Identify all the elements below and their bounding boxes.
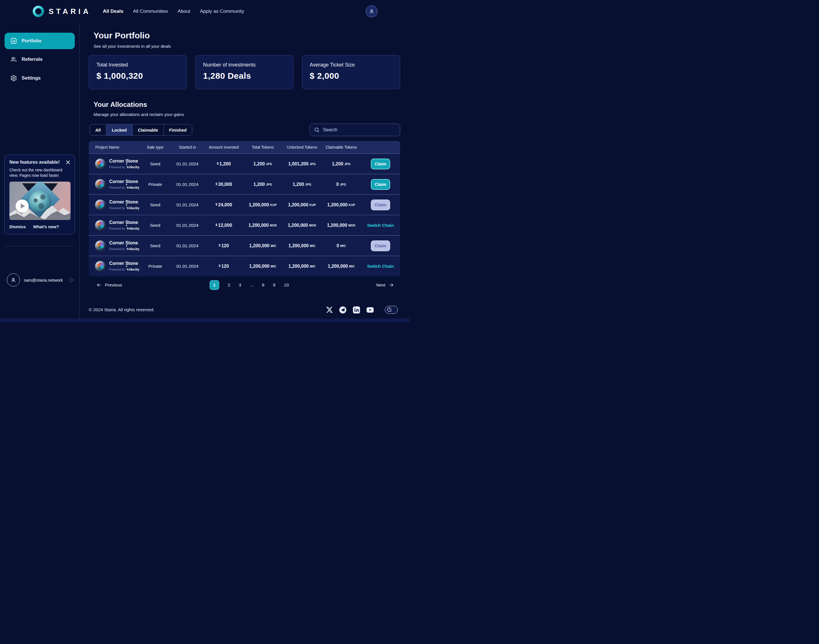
stat-value: $ 1,000,320 xyxy=(97,71,179,81)
sidebar-item-label: Portfolio xyxy=(22,38,41,44)
project-logo xyxy=(95,220,106,231)
x-twitter-icon[interactable] xyxy=(326,306,333,313)
velocity-brand: ✦Velocity xyxy=(126,165,139,169)
sidebar-item-portfolio[interactable]: Portfolio xyxy=(5,33,75,49)
pagination: Previous 1 2 3 ... 8 9 10 Next xyxy=(89,280,400,290)
sparkle-icon: ✦ xyxy=(125,265,128,268)
youtube-icon[interactable] xyxy=(366,306,374,314)
amount-invested: $24,000 xyxy=(204,202,243,207)
claim-button-disabled[interactable]: Claim xyxy=(371,241,390,251)
play-icon[interactable] xyxy=(15,199,29,213)
claimable-tokens: 1,200,000KUP xyxy=(322,202,361,207)
col-started-in: Started in xyxy=(171,145,204,149)
page-button[interactable]: 3 xyxy=(239,282,241,288)
total-tokens: 1,200,000MIC xyxy=(243,243,283,248)
velocity-brand: ✦Velocity xyxy=(126,185,139,190)
promo-card: New features available! Check out the ne… xyxy=(4,155,75,235)
page-button-active[interactable]: 1 xyxy=(210,280,219,290)
project-name: Corner Stone xyxy=(109,179,139,184)
sidebar-item-settings[interactable]: Settings xyxy=(5,72,75,84)
claimable-tokens: 1,200JPG xyxy=(322,161,361,167)
unlocked-tokens: 1,200,000MIC xyxy=(283,243,322,248)
project-name: Corner Stone xyxy=(109,261,139,266)
started-in: 01.01.2024 xyxy=(171,243,204,248)
table-row: Corner Stone Powered by ✦Velocity Privat… xyxy=(89,256,400,276)
total-tokens: 1,200,000KUP xyxy=(243,202,283,207)
sale-type: Private xyxy=(140,264,171,269)
project-logo xyxy=(95,179,106,190)
page-button[interactable]: 8 xyxy=(262,282,264,288)
claimable-tokens: 1,200,000MOK xyxy=(322,223,361,228)
page-button[interactable]: 2 xyxy=(228,282,230,288)
unlocked-tokens: 1,200,000KUP xyxy=(283,202,322,207)
unlocked-tokens: 1,001,200JPG xyxy=(283,161,322,167)
started-in: 01.01.2024 xyxy=(171,182,204,187)
sidebar: Portfolio Referrals Settings New featu xyxy=(0,23,80,319)
previous-button[interactable]: Previous xyxy=(96,282,122,288)
claim-button[interactable]: Claim xyxy=(371,179,390,190)
nav-about[interactable]: About xyxy=(177,9,190,14)
theme-toggle[interactable] xyxy=(385,306,398,314)
stats-row: Total Invested $ 1,000,320 Number of inv… xyxy=(89,55,400,89)
brand[interactable]: STARIA xyxy=(32,5,91,18)
close-icon[interactable] xyxy=(66,160,70,164)
user-avatar xyxy=(7,273,20,287)
staria-logo-icon xyxy=(32,5,45,18)
sale-type: Seed xyxy=(140,161,171,167)
logout-icon[interactable] xyxy=(68,277,75,283)
filter-tab-finished[interactable]: Finished xyxy=(164,124,192,135)
filter-tab-claimable[interactable]: Claimable xyxy=(132,124,164,135)
page-button[interactable]: 10 xyxy=(284,282,289,288)
page-button[interactable]: 9 xyxy=(273,282,275,288)
sidebar-item-referrals[interactable]: Referrals xyxy=(5,53,75,66)
whats-new-link[interactable]: What’s new? xyxy=(33,224,59,229)
unlocked-tokens: 1,200JPG xyxy=(283,182,322,187)
velocity-brand: ✦Velocity xyxy=(126,206,139,210)
filter-tabs: All Locked Claimable Finished xyxy=(89,124,192,136)
filter-tab-all[interactable]: All xyxy=(90,124,106,135)
col-unlocked-tokens: Unlocked Tokens xyxy=(283,145,322,149)
switch-chain-link[interactable]: Switch Chain xyxy=(367,223,394,228)
nav-all-deals[interactable]: All Deals xyxy=(103,9,123,14)
telegram-icon[interactable] xyxy=(339,306,347,314)
amount-invested: $120 xyxy=(204,243,243,248)
stat-label: Number of investments xyxy=(203,62,286,68)
sidebar-divider xyxy=(4,246,75,247)
allocations-title: Your Allocations xyxy=(94,101,400,109)
copyright: © 2024 Staria. All rights reserved. xyxy=(89,307,154,312)
nav-apply-as-community[interactable]: Apply as Community xyxy=(200,9,244,14)
started-in: 01.01.2024 xyxy=(171,202,204,207)
dismiss-link[interactable]: Dismiss xyxy=(9,224,26,229)
page-list: 1 2 3 ... 8 9 10 xyxy=(210,280,289,290)
sidebar-item-label: Settings xyxy=(22,75,41,81)
allocations-subtitle: Manage your allocations and reclaim your… xyxy=(94,112,400,117)
filter-tab-locked[interactable]: Locked xyxy=(106,124,132,135)
total-tokens: 1,200,000MIC xyxy=(243,264,283,269)
project-name: Corner Stone xyxy=(109,199,139,205)
user-icon xyxy=(10,276,17,283)
allocations-table: Project Name Sale type Started in Amount… xyxy=(89,141,400,276)
search-box[interactable] xyxy=(310,124,400,136)
stat-card-number-of-investments: Number of investments 1,280 Deals xyxy=(195,55,293,89)
unlocked-tokens: 1,200,000MOK xyxy=(283,223,322,228)
sale-type: Seed xyxy=(140,223,171,228)
next-button[interactable]: Next xyxy=(376,282,394,288)
project-logo xyxy=(95,261,106,272)
table-row: Corner Stone Powered by ✦Velocity Seed 0… xyxy=(89,195,400,215)
started-in: 01.01.2024 xyxy=(171,161,204,167)
nav-all-communities[interactable]: All Communities xyxy=(133,9,168,14)
brand-name: STARIA xyxy=(49,7,91,16)
amount-invested: $1,200 xyxy=(204,161,243,167)
sparkle-icon: ✦ xyxy=(125,245,128,247)
footer: © 2024 Staria. All rights reserved. xyxy=(89,306,400,314)
search-input[interactable] xyxy=(323,127,396,133)
total-tokens: 1,200,000MOK xyxy=(243,223,283,228)
claim-button-disabled[interactable]: Claim xyxy=(371,199,390,210)
powered-by-label: Powered by xyxy=(109,247,125,251)
switch-chain-link[interactable]: Switch Chain xyxy=(367,264,394,268)
sale-type: Private xyxy=(140,182,171,187)
user-avatar-button[interactable] xyxy=(366,5,378,17)
claim-button[interactable]: Claim xyxy=(371,159,390,169)
stat-card-total-invested: Total Invested $ 1,000,320 xyxy=(89,55,187,89)
linkedin-icon[interactable] xyxy=(353,306,360,314)
